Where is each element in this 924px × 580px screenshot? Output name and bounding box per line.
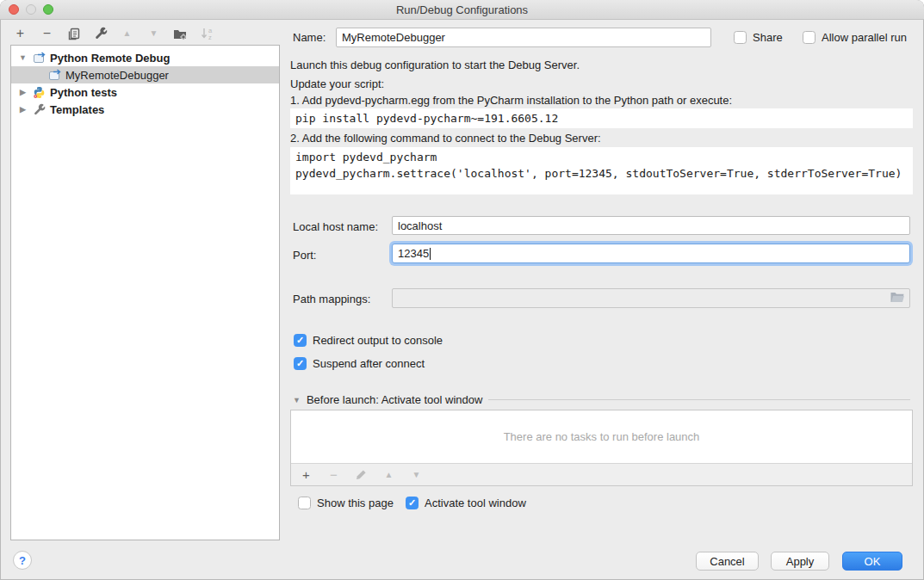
move-task-up-icon: ▲ [381, 467, 396, 482]
svg-text:z: z [208, 34, 212, 40]
configurations-tree: ▼ Python Remote Debug MyRemoteDebugger ▶ [10, 45, 280, 540]
edit-task-pencil-icon [354, 467, 369, 482]
expander-closed-icon[interactable]: ▶ [18, 105, 28, 114]
expander-open-icon[interactable]: ▼ [18, 53, 28, 62]
templates-wrench-icon [32, 102, 46, 116]
port-input[interactable]: 12345 [392, 244, 910, 263]
tree-item-label: Templates [50, 103, 104, 116]
local-host-name-input[interactable]: localhost [392, 216, 910, 235]
ok-button[interactable]: OK [842, 552, 902, 571]
run-config-icon [47, 68, 61, 82]
empty-tasks-message: There are no tasks to run before launch [291, 410, 912, 464]
share-checkbox[interactable]: ✓ [734, 31, 747, 44]
close-window-button[interactable] [9, 4, 19, 15]
title-bar[interactable]: Run/Debug Configurations [0, 0, 924, 20]
before-launch-title: Before launch: Activate tool window [307, 393, 483, 406]
tree-item-templates[interactable]: ▶ Templates [11, 101, 279, 118]
suspend-after-connect-checkbox[interactable]: ✓ [294, 357, 307, 370]
configurations-toolbar: + − ▲ ▼ a z [13, 26, 214, 41]
name-input[interactable]: MyRemoteDebugger [336, 28, 711, 47]
activate-tool-window-label: Activate tool window [425, 497, 526, 509]
cancel-button[interactable]: Cancel [696, 552, 759, 571]
new-folder-icon[interactable] [173, 27, 188, 41]
remove-configuration-icon[interactable]: − [40, 27, 54, 41]
redirect-output-label: Redirect output to console [313, 334, 443, 347]
port-label: Port: [293, 249, 316, 262]
settrace-code-block: import pydevd_pycharmpydevd_pycharm.sett… [290, 147, 913, 194]
tree-item-label: Python tests [50, 86, 117, 99]
activate-tool-window-row[interactable]: ✓ Activate tool window [406, 497, 526, 509]
tree-item-label: Python Remote Debug [50, 52, 170, 65]
allow-parallel-run-checkbox[interactable]: ✓ [803, 31, 815, 44]
redirect-output-row[interactable]: ✓ Redirect output to console [294, 334, 443, 347]
suspend-after-connect-row[interactable]: ✓ Suspend after connect [294, 357, 425, 370]
path-mappings-input[interactable] [392, 288, 910, 308]
intro-text: Launch this debug configuration to start… [290, 59, 580, 71]
run-config-icon [32, 51, 46, 65]
share-label: Share [753, 31, 783, 44]
move-up-icon: ▲ [120, 27, 134, 41]
tree-item-label: MyRemoteDebugger [65, 69, 169, 82]
allow-parallel-run-checkbox-row[interactable]: ✓ Allow parallel run [803, 31, 907, 44]
edit-defaults-wrench-icon[interactable] [93, 27, 108, 41]
sort-alphabetically-icon: a z [200, 27, 214, 41]
remove-task-icon: − [326, 467, 341, 482]
path-mappings-label: Path mappings: [293, 293, 370, 305]
update-script-text: Update your script: [290, 77, 384, 90]
minimize-window-button [26, 4, 36, 15]
before-launch-header[interactable]: ▼ Before launch: Activate tool window [293, 393, 910, 406]
zoom-window-button[interactable] [43, 4, 53, 15]
share-checkbox-row[interactable]: ✓ Share [734, 31, 783, 44]
name-label: Name: [293, 31, 326, 44]
add-task-icon[interactable]: + [299, 467, 313, 482]
browse-folder-icon[interactable] [890, 292, 904, 305]
move-task-down-icon: ▼ [409, 467, 424, 482]
move-down-icon: ▼ [146, 27, 161, 41]
allow-parallel-run-label: Allow parallel run [822, 31, 907, 44]
tree-item-python-tests[interactable]: ▶ Python tests [11, 83, 279, 101]
section-divider [488, 399, 910, 400]
before-launch-tasks-panel: There are no tasks to run before launch … [290, 410, 913, 486]
show-this-page-row[interactable]: ✓ Show this page [298, 497, 394, 509]
tree-item-myremotedebugger[interactable]: MyRemoteDebugger [11, 66, 279, 83]
local-host-name-value: localhost [398, 219, 442, 232]
run-debug-configurations-dialog: Run/Debug Configurations + − ▲ ▼ a z ▼ [0, 0, 924, 580]
copy-configuration-icon[interactable] [66, 27, 81, 41]
window-title: Run/Debug Configurations [396, 3, 528, 16]
tasks-toolbar: + − ▲ ▼ [291, 464, 912, 485]
local-host-name-label: Local host name: [293, 220, 378, 233]
pip-install-code-block: pip install pydevd-pycharm~=191.6605.12 [290, 108, 913, 128]
activate-tool-window-checkbox[interactable]: ✓ [406, 497, 419, 509]
step1-text: 1. Add pydevd-pycharm.egg from the PyCha… [290, 94, 732, 107]
tree-item-python-remote-debug[interactable]: ▼ Python Remote Debug [11, 49, 279, 66]
name-value: MyRemoteDebugger [342, 31, 445, 44]
suspend-after-connect-label: Suspend after connect [313, 357, 425, 370]
expander-closed-icon[interactable]: ▶ [18, 88, 28, 96]
apply-button[interactable]: Apply [771, 552, 829, 571]
help-button[interactable]: ? [13, 551, 32, 570]
show-this-page-label: Show this page [317, 497, 394, 509]
show-this-page-checkbox[interactable]: ✓ [298, 497, 311, 509]
step2-text: 2. Add the following command to connect … [290, 132, 601, 145]
python-tests-icon [32, 85, 46, 99]
add-configuration-icon[interactable]: + [13, 27, 28, 41]
text-cursor [430, 248, 431, 260]
redirect-output-checkbox[interactable]: ✓ [294, 334, 307, 347]
collapse-section-icon[interactable]: ▼ [293, 396, 301, 404]
port-value: 12345 [398, 247, 429, 260]
